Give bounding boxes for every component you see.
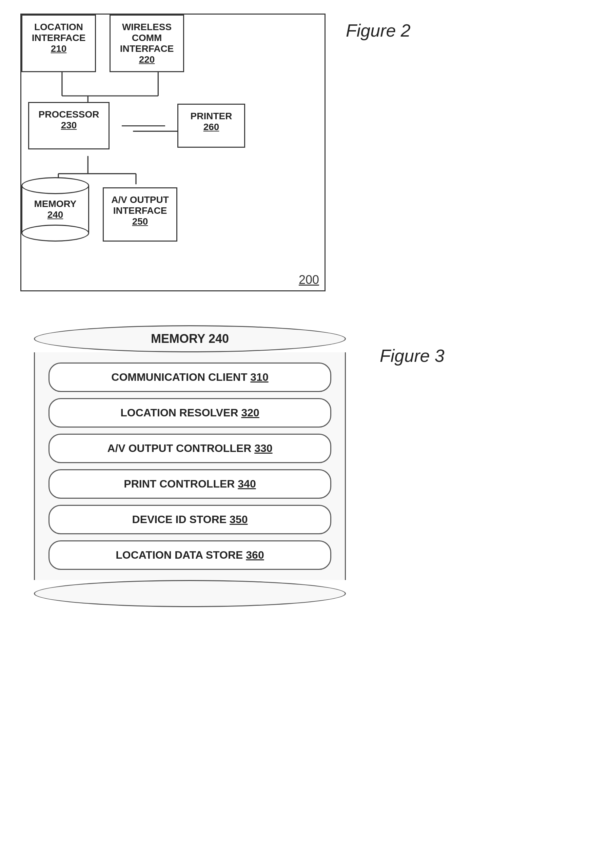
fig2-bot-row: MEMORY 240 A/V OUTPUT INTERFACE 250 (21, 177, 177, 242)
fig3-module-loc-resolver: LOCATION RESOLVER 320 (48, 398, 331, 428)
device-id-title: DEVICE ID STORE (132, 513, 230, 525)
av-output-box: A/V OUTPUT INTERFACE 250 (103, 188, 177, 242)
printer-box: PRINTER 260 (177, 104, 245, 148)
location-interface-title: LOCATION INTERFACE (32, 22, 86, 43)
figure3-diagram: MEMORY 240 COMMUNICATION CLIENT 310 LOCA… (20, 325, 359, 607)
cylinder-top (21, 177, 89, 194)
figure2-section: LOCATION INTERFACE 210 WIRELESS COMM INT… (20, 14, 589, 298)
memory-ref: 240 (34, 209, 77, 220)
loc-resolver-ref: 320 (241, 406, 259, 419)
print-ctrl-ref: 340 (238, 478, 256, 490)
fig3-cyl-body: COMMUNICATION CLIENT 310 LOCATION RESOLV… (34, 352, 346, 580)
figure2-diagram: LOCATION INTERFACE 210 WIRELESS COMM INT… (20, 14, 326, 291)
wireless-comm-title: WIRELESS COMM INTERFACE (120, 22, 174, 54)
printer-title: PRINTER (191, 111, 232, 121)
printer-ref: 260 (183, 122, 239, 132)
wireless-comm-ref: 220 (115, 54, 179, 65)
fig3-module-print-ctrl: PRINT CONTROLLER 340 (48, 469, 331, 499)
page-container: LOCATION INTERFACE 210 WIRELESS COMM INT… (20, 14, 589, 607)
av-output-ctrl-title: A/V OUTPUT CONTROLLER (107, 442, 254, 454)
figure3-section: MEMORY 240 COMMUNICATION CLIENT 310 LOCA… (20, 325, 589, 607)
comm-client-title: COMMUNICATION CLIENT (111, 371, 250, 383)
device-id-ref: 350 (230, 513, 247, 525)
fig3-memory-title: MEMORY 240 (151, 332, 229, 346)
memory-label: MEMORY 240 (34, 198, 77, 220)
processor-title: PROCESSOR (39, 109, 99, 119)
wireless-comm-box: WIRELESS COMM INTERFACE 220 (110, 15, 184, 72)
av-output-title: A/V OUTPUT INTERFACE (111, 194, 169, 216)
loc-resolver-title: LOCATION RESOLVER (120, 406, 241, 419)
fig3-module-comm-client: COMMUNICATION CLIENT 310 (48, 363, 331, 392)
loc-data-ref: 360 (246, 549, 264, 561)
comm-client-ref: 310 (250, 371, 268, 383)
fig3-module-av-output-ctrl: A/V OUTPUT CONTROLLER 330 (48, 434, 331, 463)
fig3-module-loc-data: LOCATION DATA STORE 360 (48, 540, 331, 570)
av-output-ctrl-ref: 330 (254, 442, 272, 454)
fig3-cyl-bottom-ellipse (34, 580, 346, 607)
processor-box: PROCESSOR 230 (28, 102, 110, 149)
fig2-top-row: LOCATION INTERFACE 210 WIRELESS COMM INT… (21, 15, 184, 72)
processor-ref: 230 (34, 120, 104, 131)
loc-data-title: LOCATION DATA STORE (116, 549, 246, 561)
fig3-module-device-id: DEVICE ID STORE 350 (48, 505, 331, 534)
memory-cylinder: MEMORY 240 (21, 177, 89, 242)
print-ctrl-title: PRINT CONTROLLER (124, 478, 238, 490)
cylinder-bottom (21, 225, 89, 242)
processor-printer-connector (122, 126, 165, 126)
memory-title: MEMORY (34, 198, 77, 209)
figure3-memory-cylinder: MEMORY 240 COMMUNICATION CLIENT 310 LOCA… (34, 325, 346, 607)
fig2-mid-row: PROCESSOR 230 PRINTER 260 (28, 102, 245, 149)
location-interface-box: LOCATION INTERFACE 210 (21, 15, 96, 72)
location-interface-ref: 210 (27, 43, 90, 54)
figure2-label: Figure 2 (346, 20, 411, 41)
figure2-ref-label: 200 (299, 273, 319, 287)
av-output-ref: 250 (109, 216, 172, 227)
fig3-cyl-top-wrapper: MEMORY 240 (34, 325, 346, 352)
figure3-label: Figure 3 (380, 346, 444, 366)
